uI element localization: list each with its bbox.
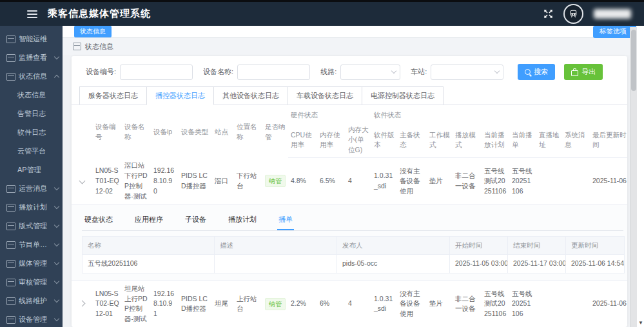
vertical-scrollbar[interactable]: [630, 27, 637, 327]
station-label: 车站:: [411, 67, 427, 77]
chevron-down-icon: [54, 316, 59, 321]
detail-tab-disk-status[interactable]: 硬盘状态: [83, 212, 114, 230]
sidebar-item-device-management[interactable]: 设备管理: [0, 310, 63, 327]
username-redacted[interactable]: [594, 9, 631, 19]
sidebar-item-play-plan[interactable]: 播放计划: [0, 198, 63, 217]
chevron-down-icon: [54, 204, 59, 209]
detail-tab-applications[interactable]: 应用程序: [133, 212, 164, 230]
chevron-down-icon: [54, 260, 59, 265]
station-select[interactable]: [431, 64, 503, 80]
collapse-row-icon[interactable]: [79, 178, 86, 184]
sidebar-item-operation-message[interactable]: 运营消息: [0, 179, 63, 198]
menu-item-icon: [6, 279, 15, 286]
col-live-address: 直播地址: [536, 123, 562, 157]
chevron-down-icon: [54, 185, 59, 190]
export-button[interactable]: 导出: [564, 64, 603, 80]
sub-col-updated: 更新时间: [566, 236, 625, 254]
col-master-status: 主备状态: [397, 123, 427, 157]
topbar: 乘客信息媒体管理系统: [0, 2, 644, 26]
col-device-ip: 设备ip: [151, 106, 179, 157]
chevron-down-icon: [494, 68, 500, 74]
col-cpu-usage: CPU使用率: [288, 123, 317, 157]
fullscreen-icon[interactable]: [543, 9, 553, 19]
detail-tabs: 硬盘状态 应用程序 子设备 播放计划 播单: [82, 210, 623, 231]
col-software-version: 软件版本: [371, 123, 397, 157]
grid-icon: [73, 43, 81, 50]
sidebar-item-monitor-view[interactable]: 监播查看: [0, 48, 63, 67]
expand-row-icon[interactable]: [79, 301, 86, 307]
tab-power-controller-status-log[interactable]: 电源控制器状态日志: [362, 86, 444, 104]
sidebar-item-smart-ops[interactable]: 智能运维: [0, 30, 63, 48]
menu-item-icon: [6, 204, 15, 212]
breadcrumb: 状态信息: [63, 38, 644, 55]
sidebar-item-ap-management[interactable]: AP管理: [0, 161, 63, 179]
col-managed: 是否纳管: [262, 106, 288, 157]
device-name-input[interactable]: [237, 64, 310, 80]
detail-tab-playlist[interactable]: 播单: [277, 212, 294, 230]
col-work-mode: 工作模式: [427, 123, 453, 157]
col-current-plan: 当前播放计划: [482, 123, 509, 157]
table-group-header-row: 设备编号 设备名称 设备ip 设备类型 站点 位置名称 是否纳管 硬件状态 软件…: [72, 106, 627, 123]
filter-bar: 设备编号: 设备名称: 线路: 车站: 搜索 导出: [72, 56, 627, 86]
detail-tab-sub-devices[interactable]: 子设备: [184, 212, 208, 230]
col-mem-size: 内存大小(单位G): [346, 123, 371, 157]
scrollbar-thumb[interactable]: [631, 30, 636, 91]
sidebar-item-status-info-group[interactable]: 状态信息: [0, 67, 63, 86]
sidebar-item-status-info[interactable]: 状态信息: [0, 86, 63, 104]
tab-other-device-status-log[interactable]: 其他设备状态日志: [213, 86, 288, 104]
managed-badge: 纳管: [265, 175, 286, 187]
sub-col-name: 名称: [83, 236, 215, 254]
menu-item-icon: [6, 73, 15, 81]
chevron-down-icon: [54, 297, 59, 302]
sidebar-item-review-management[interactable]: 审核管理: [0, 273, 63, 292]
route-tab-status-info[interactable]: 状态信息: [74, 26, 112, 37]
train-icon: [569, 9, 578, 19]
scroll-down-arrow-icon[interactable]: ▼: [638, 320, 643, 326]
search-icon: [525, 69, 531, 75]
content-card: 设备编号: 设备名称: 线路: 车站: 搜索 导出 服务器状态日志 播控器状态日…: [72, 56, 627, 327]
line-label: 线路:: [320, 67, 337, 77]
tab-vehicle-device-status-log[interactable]: 车载设备状态日志: [288, 86, 362, 104]
device-id-input[interactable]: [120, 64, 193, 80]
app-title: 乘客信息媒体管理系统: [48, 8, 151, 20]
sidebar-item-alarm-log[interactable]: 告警日志: [0, 104, 63, 123]
sidebar-item-cloud-platform[interactable]: 云管平台: [0, 142, 63, 161]
menu-item-icon: [6, 54, 15, 62]
col-play-mode: 播放模式: [453, 123, 482, 157]
scrollbar-gutter: [636, 26, 644, 327]
expand-column-header: [72, 106, 93, 157]
tab-controller-status-log[interactable]: 播控器状态日志: [146, 86, 214, 105]
chevron-down-icon: [54, 241, 59, 246]
sidebar-item-media-management[interactable]: 媒体管理: [0, 254, 63, 273]
tab-server-status-log[interactable]: 服务器状态日志: [79, 86, 147, 104]
col-system-message: 系统消息: [562, 123, 590, 157]
chevron-down-icon: [54, 279, 59, 284]
user-avatar[interactable]: [563, 4, 583, 24]
sidebar-item-line-maintenance[interactable]: 线路维护: [0, 292, 63, 310]
managed-badge: 纳管: [265, 298, 286, 310]
hamburger-menu-icon[interactable]: [27, 10, 37, 18]
col-last-updated: 最后更新时间: [590, 123, 627, 157]
menu-item-icon: [6, 260, 15, 268]
sub-col-desc: 描述: [215, 236, 337, 254]
sidebar-item-layout-management[interactable]: 版式管理: [0, 217, 63, 235]
device-status-table: 设备编号 设备名称 设备ip 设备类型 站点 位置名称 是否纳管 硬件状态 软件…: [72, 106, 627, 327]
line-select[interactable]: [340, 64, 400, 80]
sidebar-item-software-log[interactable]: 软件日志: [0, 123, 63, 142]
menu-item-icon: [6, 297, 15, 305]
search-button[interactable]: 搜索: [518, 64, 555, 80]
chevron-down-icon: [54, 223, 59, 228]
chevron-up-icon: [54, 75, 59, 80]
col-device-type: 设备类型: [179, 106, 212, 157]
sub-table-row: 五号线20251106 pids-05-occ 2025-11-05 03:00…: [83, 255, 625, 273]
group-hardware-status: 硬件状态: [288, 106, 371, 123]
sidebar-item-program-management[interactable]: 节目单管理: [0, 235, 63, 254]
menu-item-icon: [6, 185, 15, 193]
detail-tab-play-plan[interactable]: 播放计划: [227, 212, 258, 230]
menu-item-icon: [6, 241, 15, 249]
col-station: 站点: [212, 106, 234, 157]
col-location: 位置名称: [234, 106, 262, 157]
sub-table-header-row: 名称 描述 发布人 开始时间 结束时间 更新时间: [83, 236, 625, 254]
table-row: LN05-ST02-EQ12-01 坦尾站上行PDP控制器-测试 192.168…: [72, 280, 627, 327]
menu-item-icon: [6, 223, 15, 230]
